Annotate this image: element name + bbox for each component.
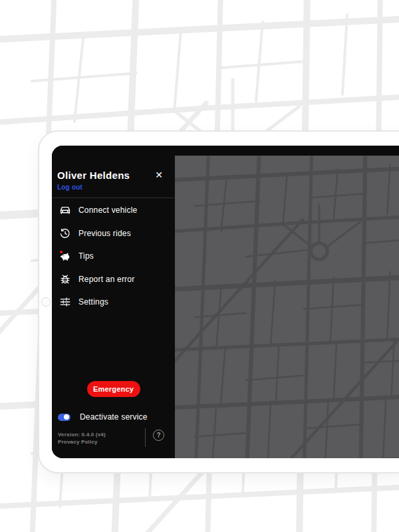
help-icon[interactable]: ? <box>153 430 164 441</box>
menu-item-label: Settings <box>78 297 108 307</box>
navigation-drawer: Oliver Heldens Log out ✕ <box>52 146 175 458</box>
menu-item-previous-rides[interactable]: Previous rides <box>52 222 175 245</box>
menu-item-tips[interactable]: Tips <box>52 245 175 268</box>
menu-item-connect-vehicle[interactable]: Connect vehicle <box>52 199 175 222</box>
menu-item-settings[interactable]: Settings <box>52 291 175 314</box>
menu-item-label: Previous rides <box>78 229 131 238</box>
drawer-menu: Connect vehicle Previous rides <box>52 198 175 314</box>
deactivate-service-label: Deactivate service <box>80 412 148 422</box>
menu-item-label: Tips <box>78 251 94 261</box>
toggle-knob <box>64 414 69 420</box>
piggy-bank-icon <box>59 249 72 263</box>
drawer-footer: Version: 0.4.0 (v4) Provacy Policy ? <box>52 431 175 458</box>
logout-link[interactable]: Log out <box>57 184 170 191</box>
bug-icon <box>59 273 72 286</box>
emergency-button[interactable]: Emergency <box>87 381 140 397</box>
tablet-frame: Oliver Heldens Log out ✕ <box>38 130 399 473</box>
drawer-header: Oliver Heldens Log out ✕ <box>52 146 175 198</box>
menu-item-report-error[interactable]: Report an error <box>52 268 175 291</box>
history-icon <box>59 227 72 240</box>
car-icon <box>59 203 72 217</box>
spacer <box>52 314 175 382</box>
app-screen: Oliver Heldens Log out ✕ <box>52 146 399 458</box>
menu-item-label: Connect vehicle <box>78 205 137 215</box>
map-view[interactable] <box>175 156 399 458</box>
user-name: Oliver Heldens <box>57 170 170 182</box>
front-camera <box>41 297 51 307</box>
deactivate-service-toggle[interactable] <box>58 414 70 421</box>
notification-dot <box>60 251 63 253</box>
sliders-icon <box>59 295 72 309</box>
menu-item-label: Report an error <box>78 275 134 284</box>
close-icon[interactable]: ✕ <box>154 170 164 180</box>
footer-divider <box>145 428 146 447</box>
deactivate-service-row: Deactivate service <box>52 412 175 422</box>
city-map-dark <box>175 156 399 458</box>
